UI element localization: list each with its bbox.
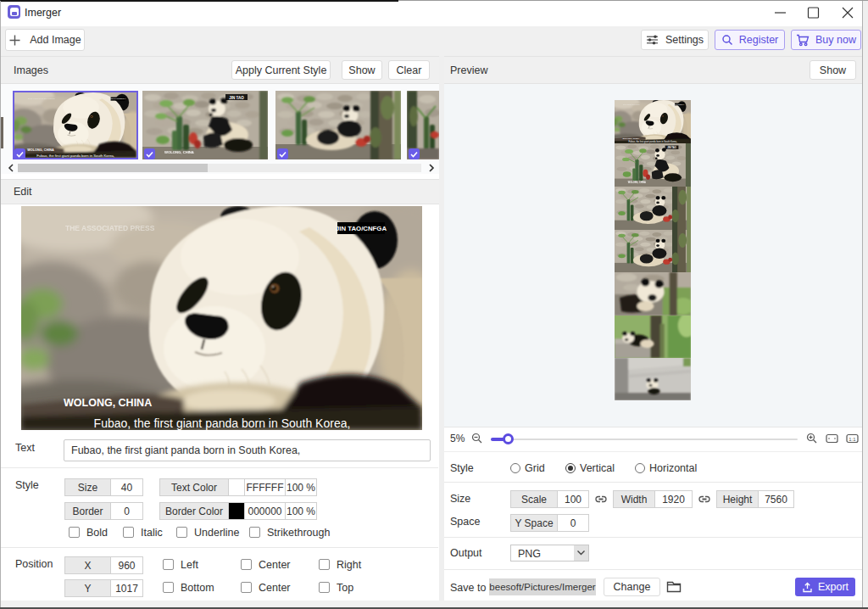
- svg-text:1:1: 1:1: [849, 437, 856, 442]
